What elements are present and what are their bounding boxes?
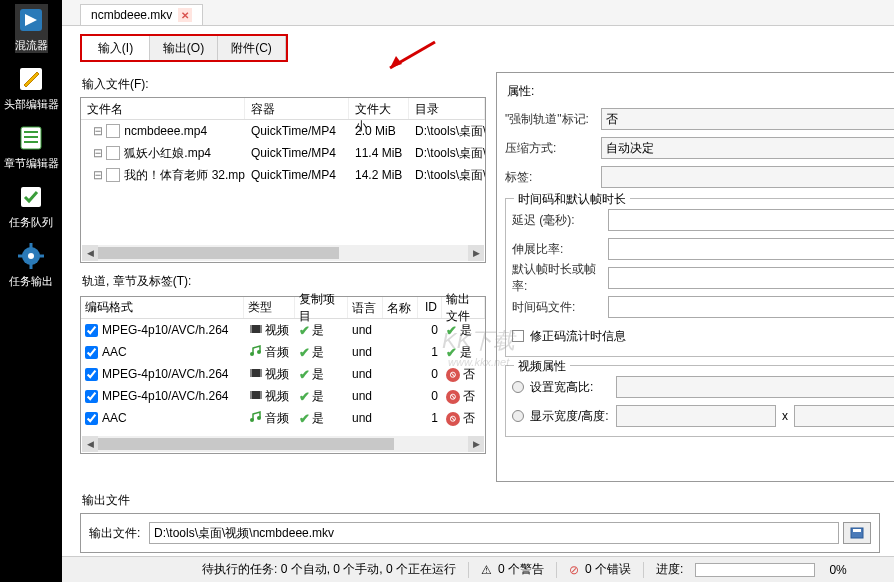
check-icon: ✔	[299, 411, 310, 426]
video-icon	[249, 323, 263, 338]
delay-label: 延迟 (毫秒):	[512, 212, 608, 229]
close-icon[interactable]: ✕	[178, 8, 192, 22]
col-size[interactable]: 文件大小	[349, 98, 409, 119]
col-copy[interactable]: 复制项目	[295, 297, 348, 318]
h-scrollbar[interactable]: ◀ ▶	[82, 436, 484, 452]
tab-output[interactable]: 输出(O)	[150, 36, 218, 60]
svg-point-16	[250, 352, 254, 356]
stretch-input[interactable]	[608, 238, 894, 260]
track-row[interactable]: MPEG-4p10/AVC/h.264视频✔ 是und0✔是	[81, 319, 485, 341]
sidebar: 混流器 头部编辑器 章节编辑器 任务队列 任务输出	[0, 0, 62, 582]
tags-input[interactable]	[601, 166, 894, 188]
scroll-left-icon[interactable]: ◀	[82, 245, 98, 261]
track-checkbox[interactable]	[85, 390, 98, 403]
col-type[interactable]: 类型	[244, 297, 295, 318]
file-tab-name: ncmbdeee.mkv	[91, 8, 172, 22]
sidebar-item-muxer[interactable]: 混流器	[15, 4, 48, 53]
tab-attach[interactable]: 附件(C)	[218, 36, 286, 60]
input-files-panel: 文件名 容器 文件大小 目录 ⊟ ncmbdeee.mp4QuickTime/M…	[80, 97, 486, 263]
dar-radio[interactable]	[512, 381, 524, 393]
tracks-headers: 编码格式 类型 复制项目 语言 名称 ID 输出文件	[81, 297, 485, 319]
check-icon: ✔	[299, 389, 310, 404]
file-icon	[106, 124, 120, 138]
disp-w-input[interactable]	[616, 405, 776, 427]
no-icon: ⦸	[446, 410, 460, 426]
sidebar-item-chapter-editor[interactable]: 章节编辑器	[4, 122, 59, 171]
properties-panel: 属性: "强制轨道"标记: ▾ 压缩方式: ▾ 标签:	[496, 72, 894, 482]
sidebar-label: 头部编辑器	[4, 97, 59, 112]
col-lang[interactable]: 语言	[348, 297, 383, 318]
check-icon: ✔	[299, 323, 310, 338]
sidebar-item-queue[interactable]: 任务队列	[9, 181, 53, 230]
track-row[interactable]: MPEG-4p10/AVC/h.264视频✔ 是und0⦸否	[81, 363, 485, 385]
tags-label: 标签:	[505, 169, 601, 186]
chapter-icon	[15, 122, 47, 154]
input-file-row[interactable]: ⊟ ncmbdeee.mp4QuickTime/MP42.0 MiBD:\too…	[81, 120, 485, 142]
fix-ts-checkbox[interactable]	[512, 330, 524, 342]
output-path-input[interactable]	[149, 522, 839, 544]
col-trackname[interactable]: 名称	[383, 297, 418, 318]
track-checkbox[interactable]	[85, 324, 98, 337]
track-checkbox[interactable]	[85, 368, 98, 381]
timecode-fieldset: 时间码和默认帧时长 延迟 (毫秒): 伸展比率: 默认帧时长或帧率:▾ 时间码文…	[505, 198, 894, 357]
main: ncmbdeee.mkv ✕ 输入(I) 输出(O) 附件(C) 输入文件(F)…	[62, 0, 894, 582]
video-icon	[249, 367, 263, 382]
check-icon: ✔	[446, 345, 457, 360]
delay-input[interactable]	[608, 209, 894, 231]
muxer-icon	[15, 4, 47, 36]
disp-wh-radio[interactable]	[512, 410, 524, 422]
col-id[interactable]: ID	[418, 297, 442, 318]
scroll-right-icon[interactable]: ▶	[468, 245, 484, 261]
output-browse-button[interactable]	[843, 522, 871, 544]
progress-bar	[695, 563, 815, 577]
scroll-right-icon[interactable]: ▶	[468, 436, 484, 452]
input-file-row[interactable]: ⊟ 我的！体育老师 32.mp4QuickTime/MP414.2 MiBD:\…	[81, 164, 485, 186]
fix-ts-label: 修正码流计时信息	[530, 328, 626, 345]
svg-point-24	[250, 418, 254, 422]
save-icon	[850, 527, 864, 539]
col-container[interactable]: 容器	[245, 98, 349, 119]
track-checkbox[interactable]	[85, 412, 98, 425]
tab-input[interactable]: 输入(I)	[82, 36, 150, 60]
input-file-row[interactable]: ⊟ 狐妖小红娘.mp4QuickTime/MP411.4 MiBD:\tools…	[81, 142, 485, 164]
track-checkbox[interactable]	[85, 346, 98, 359]
no-icon: ⦸	[446, 366, 460, 382]
default-dur-input[interactable]	[608, 267, 894, 289]
forced-label: "强制轨道"标记:	[505, 111, 601, 128]
col-out[interactable]: 输出文件	[442, 297, 485, 318]
sidebar-label: 任务队列	[9, 215, 53, 230]
video-fieldset: 视频属性 设置宽高比:▾ 显示宽度/高度:x	[505, 365, 894, 437]
fieldset-title: 视频属性	[514, 358, 570, 375]
status-err: 0 个错误	[585, 561, 631, 578]
svg-rect-20	[260, 369, 262, 377]
inner-tabs: 输入(I) 输出(O) 附件(C)	[80, 34, 288, 62]
scroll-left-icon[interactable]: ◀	[82, 436, 98, 452]
forced-select[interactable]	[601, 108, 894, 130]
queue-icon	[15, 181, 47, 213]
sidebar-item-output[interactable]: 任务输出	[9, 240, 53, 289]
sidebar-item-header-editor[interactable]: 头部编辑器	[4, 63, 59, 112]
status-warn: 0 个警告	[498, 561, 544, 578]
error-icon: ⊘	[569, 563, 579, 577]
track-row[interactable]: AAC音频✔ 是und1✔是	[81, 341, 485, 363]
progress-label: 进度:	[656, 561, 683, 578]
progress-value: 0%	[829, 563, 846, 577]
check-icon: ✔	[446, 323, 457, 338]
col-dir[interactable]: 目录	[409, 98, 485, 119]
compress-select[interactable]	[601, 137, 894, 159]
file-icon	[106, 146, 120, 160]
track-row[interactable]: AAC音频✔ 是und1⦸否	[81, 407, 485, 429]
tc-file-input[interactable]	[608, 296, 894, 318]
svg-rect-19	[250, 369, 252, 377]
dar-input[interactable]	[616, 376, 894, 398]
h-scrollbar[interactable]: ◀ ▶	[82, 245, 484, 261]
track-row[interactable]: MPEG-4p10/AVC/h.264视频✔ 是und0⦸否	[81, 385, 485, 407]
file-tab[interactable]: ncmbdeee.mkv ✕	[80, 4, 203, 25]
file-icon	[106, 168, 120, 182]
col-codec[interactable]: 编码格式	[81, 297, 244, 318]
svg-point-25	[257, 416, 261, 420]
content: 输入(I) 输出(O) 附件(C) 输入文件(F): 文件名 容器 文件大小 目…	[62, 26, 894, 556]
col-name[interactable]: 文件名	[81, 98, 245, 119]
svg-rect-14	[250, 325, 252, 333]
disp-h-input[interactable]	[794, 405, 894, 427]
